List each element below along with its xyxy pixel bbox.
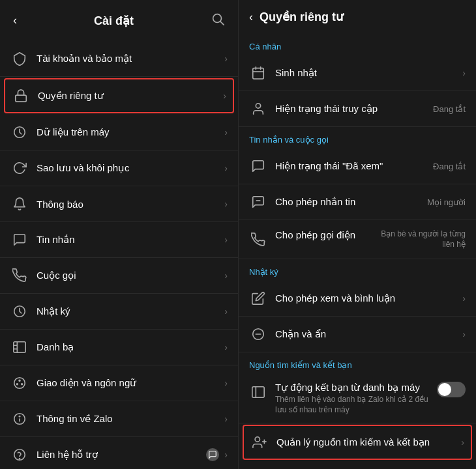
right-content: Cá nhân Sinh nhật › Hiện trạng thái truy…	[239, 34, 476, 469]
shield-icon	[10, 50, 29, 68]
svg-rect-26	[252, 387, 264, 398]
right-title: Quyền riêng tư	[260, 10, 343, 24]
chevron-right-icon: ›	[224, 414, 228, 424]
svg-rect-2	[16, 95, 27, 102]
palette-icon	[10, 374, 29, 392]
sidebar-item-du-lieu[interactable]: Dữ liệu trên máy ›	[0, 115, 238, 150]
tu-dong-ket-ban-toggle[interactable]	[437, 382, 466, 397]
svg-point-11	[16, 384, 18, 385]
edit-icon	[249, 289, 267, 307]
cho-phep-xem-main: Cho phép xem và bình luận	[275, 292, 457, 304]
left-panel: ‹ Cài đặt Tài khoản và bảo mật › Quyền r…	[0, 0, 238, 469]
right-header: ‹ Quyền riêng tư	[239, 0, 476, 34]
support-icon	[10, 446, 29, 464]
search-button[interactable]	[208, 9, 228, 32]
sidebar-item-tai-khoan[interactable]: Tài khoản và bảo mật ›	[0, 41, 238, 77]
chevron-right-icon: ›	[224, 342, 228, 352]
right-item-cho-phep-xem[interactable]: Cho phép xem và bình luận ›	[239, 281, 476, 317]
svg-point-10	[19, 380, 20, 381]
sidebar-item-lien-he[interactable]: Liên hệ hỗ trợ ›	[0, 437, 238, 469]
chevron-right-icon: ›	[461, 437, 464, 448]
right-item-da-xem[interactable]: Hiện trạng thái "Đã xem" Đang tắt	[239, 149, 476, 184]
sidebar-item-sao-luu[interactable]: Sao lưu và khôi phục ›	[0, 150, 238, 186]
right-item-cho-phep-nhan-tin[interactable]: Cho phép nhắn tin Mọi người	[239, 184, 476, 220]
message-check-icon	[249, 157, 267, 175]
calendar-icon	[249, 64, 267, 82]
cho-phep-goi-main: Cho phép gọi điện	[275, 229, 376, 241]
svg-line-1	[220, 21, 224, 25]
svg-point-22	[256, 104, 260, 108]
chevron-right-icon: ›	[224, 163, 228, 173]
right-panel: ‹ Quyền riêng tư Cá nhân Sinh nhật › Hiệ…	[238, 0, 476, 469]
svg-point-12	[22, 384, 23, 385]
chevron-right-icon: ›	[223, 91, 226, 101]
message2-icon	[249, 193, 267, 211]
section-nhat-ky: Nhật ký	[239, 259, 476, 281]
right-item-chan-va-an[interactable]: Chặn và ẩn ›	[239, 317, 476, 352]
right-item-hien-trang-thai[interactable]: Hiện trạng thái truy cập Đang tắt	[239, 91, 476, 127]
chevron-right-icon: ›	[224, 306, 228, 317]
sidebar-item-quyen-rieng-tu[interactable]: Quyền riêng tư ›	[4, 78, 234, 113]
left-header: ‹ Cài đặt	[0, 0, 238, 41]
message-icon	[10, 231, 29, 249]
section-nguon-tim-kiem: Nguồn tìm kiếm và kết bạn	[239, 352, 476, 374]
quan-ly-nguon-main: Quản lý nguồn tìm kiếm và kết bạn	[276, 436, 456, 448]
person-icon	[249, 100, 267, 118]
chevron-right-icon: ›	[462, 293, 466, 304]
time-icon	[10, 302, 29, 320]
person-add-icon	[250, 433, 269, 451]
menu-list: Tài khoản và bảo mật › Quyền riêng tư › …	[0, 41, 238, 469]
right-item-cho-phep-goi[interactable]: Cho phép gọi điện Bạn bè và người lạ từn…	[239, 220, 476, 259]
bell-icon	[10, 195, 29, 213]
chevron-right-icon: ›	[462, 329, 466, 339]
chevron-right-icon: ›	[462, 68, 466, 78]
right-item-sinh-nhat[interactable]: Sinh nhật ›	[239, 55, 476, 91]
phone-icon	[10, 266, 29, 285]
sidebar-item-giao-dien[interactable]: Giao diện và ngôn ngữ ›	[0, 365, 238, 401]
left-title: Cài đặt	[94, 14, 134, 28]
chevron-right-icon: ›	[224, 378, 228, 388]
contacts-icon	[10, 338, 29, 356]
sidebar-item-danh-ba[interactable]: Danh bạ ›	[0, 330, 238, 365]
section-tin-nhan-cuoc-goi: Tin nhắn và cuộc gọi	[239, 127, 476, 149]
right-item-quan-ly-nguon[interactable]: Quản lý nguồn tìm kiếm và kết bạn ›	[243, 425, 472, 460]
chan-va-an-main: Chặn và ẩn	[275, 328, 457, 340]
search-icon	[211, 12, 225, 26]
chevron-right-icon: ›	[224, 53, 228, 64]
svg-point-28	[255, 437, 260, 442]
chevron-right-icon: ›	[224, 270, 228, 281]
back-button[interactable]: ‹	[10, 11, 20, 30]
tu-dong-ket-ban-main: Tự động kết bạn từ danh bạ máy Thêm liên…	[275, 382, 432, 415]
chevron-right-icon: ›	[224, 199, 228, 209]
right-item-tu-dong-ket-ban[interactable]: Tự động kết bạn từ danh bạ máy Thêm liên…	[239, 374, 476, 423]
sidebar-item-thong-tin[interactable]: Thông tin về Zalo ›	[0, 401, 238, 437]
contacts2-icon	[249, 383, 267, 401]
chevron-right-icon: ›	[224, 234, 228, 245]
sidebar-item-thong-bao[interactable]: Thông báo ›	[0, 186, 238, 222]
section-ca-nhan: Cá nhân	[239, 34, 476, 55]
clock-icon	[10, 123, 29, 141]
svg-rect-5	[14, 342, 25, 353]
chevron-right-icon: ›	[224, 127, 228, 137]
info-icon	[10, 410, 29, 428]
circle-minus-icon	[249, 325, 267, 343]
refresh-icon	[10, 159, 29, 177]
support-badge	[206, 448, 219, 461]
svg-point-9	[14, 378, 25, 389]
phone2-icon	[249, 231, 267, 249]
hien-trang-thai-main: Hiện trạng thái truy cập	[275, 103, 428, 115]
cho-phep-nhan-tin-main: Cho phép nhắn tin	[275, 196, 422, 208]
sidebar-item-nhat-ky[interactable]: Nhật ký ›	[0, 294, 238, 330]
right-back-button[interactable]: ‹	[249, 10, 253, 24]
sinh-nhat-main: Sinh nhật	[275, 67, 457, 79]
sidebar-item-tin-nhan[interactable]: Tin nhắn ›	[0, 222, 238, 258]
sidebar-item-cuoc-goi[interactable]: Cuộc gọi ›	[0, 258, 238, 294]
da-xem-main: Hiện trạng thái "Đã xem"	[275, 160, 428, 172]
lock-icon	[12, 87, 30, 105]
svg-rect-18	[253, 68, 264, 79]
chevron-right-icon: ›	[224, 449, 228, 460]
